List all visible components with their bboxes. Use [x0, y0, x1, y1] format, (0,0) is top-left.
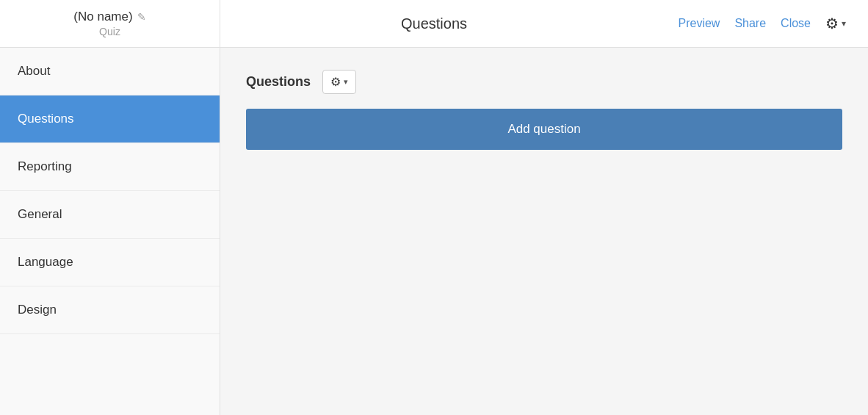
add-question-button[interactable]: Add question — [246, 109, 842, 150]
sidebar-item-language-label: Language — [18, 255, 73, 270]
sidebar-item-reporting[interactable]: Reporting — [0, 143, 220, 191]
content-header: Questions ⚙ ▾ — [246, 70, 842, 94]
questions-chevron-icon: ▾ — [344, 77, 348, 87]
sidebar-item-language[interactable]: Language — [0, 239, 220, 286]
content-section-title: Questions — [246, 74, 311, 90]
sidebar-item-general[interactable]: General — [0, 191, 220, 239]
preview-link[interactable]: Preview — [678, 17, 720, 30]
sidebar-header: (No name) ✎ Quiz — [0, 0, 220, 47]
header-gear-icon: ⚙ — [825, 15, 839, 32]
questions-gear-icon: ⚙ — [330, 75, 341, 89]
no-name-text: (No name) — [73, 10, 132, 24]
sidebar-item-general-label: General — [18, 207, 62, 222]
share-link[interactable]: Share — [734, 17, 766, 30]
main-header: Questions Preview Share Close ⚙ ▾ — [220, 15, 868, 32]
main-content: Questions ⚙ ▾ Add question — [220, 48, 868, 415]
sidebar-item-questions[interactable]: Questions — [0, 95, 220, 143]
no-name-container: (No name) ✎ — [73, 10, 145, 24]
header-gear-button[interactable]: ⚙ ▾ — [825, 15, 846, 32]
body-container: About Questions Reporting General Langua… — [0, 48, 868, 415]
quiz-label: Quiz — [99, 26, 120, 37]
sidebar-item-about-label: About — [18, 64, 50, 79]
page-title: Questions — [401, 15, 467, 32]
app-container: (No name) ✎ Quiz Questions Preview Share… — [0, 0, 868, 415]
sidebar-item-reporting-label: Reporting — [18, 159, 72, 174]
close-link[interactable]: Close — [781, 17, 811, 30]
sidebar-item-about[interactable]: About — [0, 48, 220, 95]
edit-icon[interactable]: ✎ — [137, 11, 146, 23]
top-header: (No name) ✎ Quiz Questions Preview Share… — [0, 0, 868, 48]
header-chevron-icon: ▾ — [842, 18, 846, 29]
sidebar: About Questions Reporting General Langua… — [0, 48, 220, 415]
sidebar-item-design-label: Design — [18, 303, 57, 317]
sidebar-item-questions-label: Questions — [18, 112, 74, 126]
sidebar-item-design[interactable]: Design — [0, 286, 220, 334]
header-actions: Preview Share Close ⚙ ▾ — [678, 15, 846, 32]
questions-settings-button[interactable]: ⚙ ▾ — [322, 70, 356, 94]
